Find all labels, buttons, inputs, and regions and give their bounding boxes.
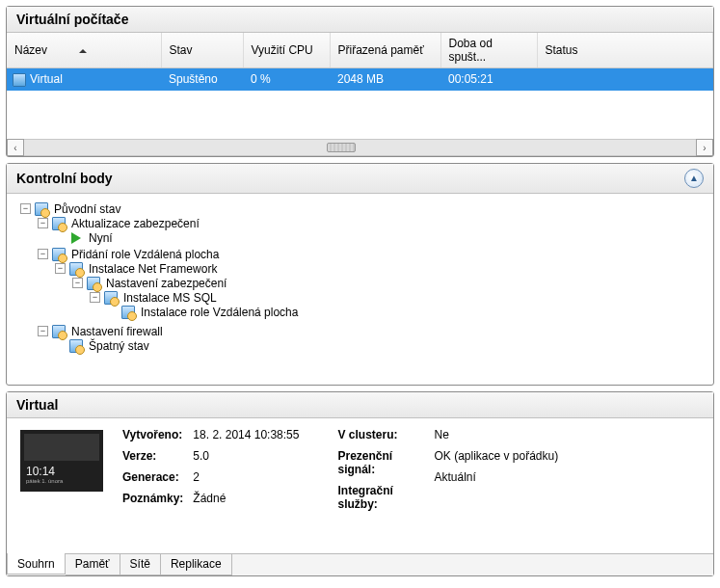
play-icon	[71, 232, 81, 244]
vm-panel-title: Virtuální počítače	[16, 12, 128, 27]
snapshot-icon	[69, 339, 83, 353]
details-tabs: Souhrn Paměť Sítě Replikace	[7, 553, 713, 575]
vm-empty-area	[7, 91, 713, 139]
scroll-track[interactable]	[24, 139, 696, 156]
collapse-icon[interactable]: −	[38, 326, 48, 336]
snapshot-icon	[52, 325, 66, 338]
checkpoint-tree: − Původní stav − Aktualizace zabezpečení	[7, 194, 713, 385]
checkpoints-header: Kontrolní body ▲	[7, 164, 713, 194]
vm-panel: Virtuální počítače Název Stav Využití CP…	[6, 6, 714, 157]
snapshot-icon	[52, 217, 66, 230]
tree-node-root[interactable]: − Původní stav	[20, 202, 704, 216]
hscrollbar[interactable]: ‹ ›	[7, 139, 713, 156]
vm-panel-body: Název Stav Využití CPU Přiřazená paměť D…	[7, 33, 713, 156]
integration-value: Aktuální	[434, 470, 558, 484]
vm-panel-header: Virtuální počítače	[7, 7, 713, 33]
created-label: Vytvořeno:	[122, 428, 183, 441]
checkpoints-panel: Kontrolní body ▲ − Původní stav − Aktual…	[6, 163, 714, 386]
cell-state: Spuštěno	[161, 68, 243, 91]
vm-row-selected[interactable]: Virtual Spuštěno 0 % 2048 MB 00:05:21	[7, 68, 713, 91]
col-state[interactable]: Stav	[161, 33, 243, 68]
tree-node[interactable]: − Přidání role Vzdálená plocha	[38, 248, 704, 261]
details-title: Virtual	[16, 397, 58, 413]
collapse-icon[interactable]: −	[20, 203, 31, 214]
thumb-sub: pátek 1. února	[26, 478, 63, 484]
generation-label: Generace:	[122, 470, 183, 484]
tab-summary[interactable]: Souhrn	[7, 553, 66, 575]
col-uptime[interactable]: Doba od spušt...	[440, 33, 537, 68]
col-name[interactable]: Název	[7, 33, 161, 68]
details-left: Vytvořeno: Verze: Generace: Poznámky: 18…	[122, 428, 299, 548]
integration-label: Integrační služby:	[337, 484, 424, 511]
sort-asc-icon	[79, 49, 87, 53]
notes-label: Poznámky:	[122, 492, 183, 505]
tree-node-now[interactable]: Nyní	[55, 231, 704, 245]
cell-uptime: 00:05:21	[440, 68, 537, 91]
col-cpu[interactable]: Využití CPU	[243, 33, 330, 68]
notes-value: Žádné	[193, 492, 299, 505]
snapshot-icon	[104, 291, 118, 305]
vm-icon	[13, 73, 26, 87]
tree-node[interactable]: − Nastavení firewall	[38, 325, 704, 338]
snapshot-icon	[87, 277, 100, 290]
cluster-label: V clusteru:	[337, 428, 424, 441]
thumb-time: 10:14	[26, 465, 55, 478]
version-value: 5.0	[193, 449, 299, 463]
generation-value: 2	[193, 470, 299, 484]
tree-node[interactable]: Špatný stav	[55, 339, 704, 353]
collapse-icon[interactable]: −	[72, 278, 83, 288]
cell-mem: 2048 MB	[330, 68, 440, 91]
heartbeat-label: Prezenční signál:	[337, 449, 424, 476]
snapshot-icon	[121, 306, 135, 319]
tree-node[interactable]: − Nastavení zabezpečení	[72, 277, 704, 290]
collapse-icon[interactable]: −	[38, 218, 48, 228]
checkpoints-title: Kontrolní body	[16, 171, 113, 186]
version-label: Verze:	[122, 449, 183, 463]
cluster-value: Ne	[434, 428, 558, 441]
details-columns: Vytvořeno: Verze: Generace: Poznámky: 18…	[122, 428, 700, 548]
cell-cpu: 0 %	[243, 68, 330, 91]
collapse-icon[interactable]: −	[38, 249, 48, 259]
tab-networking[interactable]: Sítě	[120, 554, 161, 575]
tab-memory[interactable]: Paměť	[66, 554, 120, 575]
vm-table: Název Stav Využití CPU Přiřazená paměť D…	[7, 33, 713, 139]
tree-node[interactable]: − Instalace Net Framework	[55, 262, 704, 276]
tree-node[interactable]: − Aktualizace zabezpečení	[38, 217, 704, 230]
collapse-icon[interactable]: −	[55, 263, 66, 274]
cell-name: Virtual	[7, 68, 161, 91]
details-panel: Virtual 10:14 pátek 1. února Vytvořeno: …	[6, 391, 714, 576]
scroll-right-icon[interactable]: ›	[696, 139, 713, 156]
heartbeat-value: OK (aplikace v pořádku)	[434, 449, 558, 463]
vm-thumbnail[interactable]: 10:14 pátek 1. února	[20, 430, 103, 492]
col-status[interactable]: Status	[537, 33, 713, 68]
snapshot-icon	[35, 202, 48, 216]
snapshot-icon	[69, 262, 83, 276]
col-mem[interactable]: Přiřazená paměť	[330, 33, 440, 68]
details-right: V clusteru: Prezenční signál: Integrační…	[337, 428, 558, 548]
tree-node[interactable]: Instalace role Vzdálená plocha	[107, 306, 704, 319]
collapse-icon[interactable]: −	[90, 292, 100, 303]
details-body: 10:14 pátek 1. února Vytvořeno: Verze: G…	[7, 418, 713, 553]
scroll-thumb[interactable]	[327, 143, 356, 152]
details-header: Virtual	[7, 392, 713, 418]
scroll-left-icon[interactable]: ‹	[7, 139, 24, 156]
snapshot-icon	[52, 248, 66, 261]
cell-status	[537, 68, 713, 91]
created-value: 18. 2. 2014 10:38:55	[193, 428, 299, 441]
collapse-up-icon[interactable]: ▲	[684, 169, 704, 188]
tab-replication[interactable]: Replikace	[161, 554, 232, 575]
tree-node[interactable]: − Instalace MS SQL	[90, 291, 704, 305]
